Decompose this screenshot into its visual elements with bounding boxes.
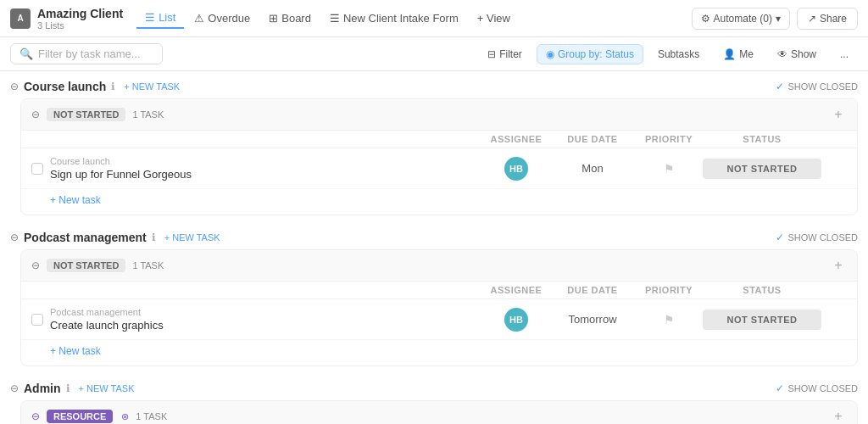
group-podcast-management: ⊖ Podcast management ℹ + NEW TASK ✓ SHOW…: [0, 222, 868, 366]
group-icon: ◉: [546, 48, 554, 60]
group-title-admin[interactable]: Admin: [24, 382, 61, 395]
subtasks-button[interactable]: Subtasks: [648, 44, 709, 64]
share-button[interactable]: ↗ Share: [797, 8, 858, 30]
status-col-2: NOT STARTED: [703, 310, 821, 330]
group-show-closed-course-launch[interactable]: ✓ SHOW CLOSED: [776, 81, 858, 92]
due-date-val-1[interactable]: Mon: [550, 162, 635, 175]
group-toggle-podcast[interactable]: ⊖: [10, 232, 19, 243]
tab-board[interactable]: ⊞ Board: [260, 8, 320, 28]
filter-button[interactable]: ⊟ Filter: [478, 44, 531, 64]
due-date-val-2[interactable]: Tomorrow: [550, 313, 635, 326]
search-icon: 🔍: [19, 47, 33, 60]
tab-overdue[interactable]: ⚠ Overdue: [186, 8, 259, 28]
status-group-add-3[interactable]: +: [830, 408, 847, 424]
status-col-header: STATUS: [703, 134, 821, 144]
status-col-1: NOT STARTED: [703, 159, 821, 179]
group-title-course-launch[interactable]: Course launch: [24, 80, 106, 93]
resource-icon: ⊗: [121, 411, 129, 422]
assignee-col-1: HB: [482, 157, 550, 181]
group-toggle-course-launch[interactable]: ⊖: [10, 81, 19, 92]
group-show-closed-admin[interactable]: ✓ SHOW CLOSED: [776, 382, 858, 394]
status-group-add-1[interactable]: +: [830, 106, 847, 123]
priority-flag-1[interactable]: ⚑: [635, 162, 703, 176]
group-add-admin[interactable]: + NEW TASK: [79, 383, 135, 393]
priority-col-1: ⚑: [635, 162, 703, 176]
status-group-header-1: ⊖ NOT STARTED 1 TASK +: [21, 99, 857, 131]
assignee-col-header-2: ASSIGNEE: [482, 285, 550, 295]
assignee-col-2: HB: [482, 308, 550, 332]
board-icon: ⊞: [269, 12, 278, 25]
check-icon-2: ✓: [776, 232, 784, 243]
show-button[interactable]: 👁 Show: [768, 44, 826, 64]
share-label: Share: [820, 13, 847, 25]
group-by-button[interactable]: ◉ Group by: Status: [537, 44, 643, 64]
task-count-3: 1 TASK: [136, 411, 167, 421]
group-add-course-launch[interactable]: + NEW TASK: [124, 81, 180, 92]
more-button[interactable]: ...: [831, 44, 858, 64]
automate-chevron: ▾: [776, 13, 781, 25]
status-badge-not-started-1: NOT STARTED: [47, 108, 125, 121]
show-closed-label-3: SHOW CLOSED: [787, 383, 858, 393]
new-task-row-2[interactable]: + New task: [21, 340, 857, 365]
more-label: ...: [840, 48, 849, 60]
check-icon-3: ✓: [776, 382, 784, 394]
show-closed-label-1: SHOW CLOSED: [787, 81, 858, 92]
group-course-launch: ⊖ Course launch ℹ + NEW TASK ✓ SHOW CLOS…: [0, 71, 868, 215]
tab-list[interactable]: ☰ List: [136, 8, 184, 29]
me-icon: 👤: [723, 48, 736, 60]
status-group-toggle-1[interactable]: ⊖: [31, 109, 40, 120]
due-date-col-header-2: DUE DATE: [550, 285, 635, 295]
task-checkbox-2[interactable]: [31, 314, 43, 326]
status-badge-not-started-2: NOT STARTED: [47, 259, 125, 272]
status-btn-1[interactable]: NOT STARTED: [703, 159, 821, 179]
main-header: A Amazing Client 3 Lists ☰ List ⚠ Overdu…: [0, 0, 868, 37]
tab-view[interactable]: + View: [469, 8, 519, 28]
task-col-1: Course launch Sign up for Funnel Gorgeou…: [31, 156, 482, 181]
task-info-2: Podcast management Create launch graphic…: [50, 307, 482, 332]
toolbar-right: ⊟ Filter ◉ Group by: Status Subtasks 👤 M…: [478, 44, 858, 64]
tab-overdue-label: Overdue: [208, 12, 250, 25]
client-info: Amazing Client 3 Lists: [37, 7, 123, 31]
group-admin-header: ⊖ Admin ℹ + NEW TASK ✓ SHOW CLOSED: [0, 373, 868, 400]
filter-label: Filter: [499, 48, 522, 60]
priority-col-2: ⚑: [635, 313, 703, 326]
task-count-2: 1 TASK: [132, 260, 164, 271]
tab-new-form[interactable]: ☰ New Client Intake Form: [321, 8, 467, 28]
status-group-resource: ⊖ RESOURCE ⊗ 1 TASK + ASSIGNEE DUE DATE …: [20, 400, 858, 424]
nav-tabs: ☰ List ⚠ Overdue ⊞ Board ☰ New Client In…: [136, 8, 519, 29]
status-group-not-started-2: ⊖ NOT STARTED 1 TASK + ASSIGNEE DUE DATE…: [20, 249, 858, 366]
avatar-1[interactable]: HB: [504, 157, 528, 181]
new-task-row-1[interactable]: + New task: [21, 189, 857, 215]
task-name-2[interactable]: Create launch graphics: [50, 319, 482, 332]
task-count-1: 1 TASK: [132, 109, 164, 120]
group-show-closed-podcast[interactable]: ✓ SHOW CLOSED: [776, 232, 858, 243]
group-podcast-management-header: ⊖ Podcast management ℹ + NEW TASK ✓ SHOW…: [0, 222, 868, 249]
tab-view-label: + View: [477, 12, 510, 25]
automate-button[interactable]: ⚙ Automate (0) ▾: [692, 8, 790, 30]
search-placeholder: Filter by task name...: [38, 47, 141, 60]
tab-new-form-label: New Client Intake Form: [343, 12, 459, 25]
status-group-toggle-3[interactable]: ⊖: [31, 410, 40, 422]
me-button[interactable]: 👤 Me: [714, 44, 763, 64]
avatar-2[interactable]: HB: [504, 308, 528, 332]
list-icon: ☰: [145, 11, 155, 24]
status-badge-resource: RESOURCE: [47, 410, 113, 423]
status-col-header-2: STATUS: [703, 285, 821, 295]
task-name-1[interactable]: Sign up for Funnel Gorgeous: [50, 168, 482, 181]
group-info-podcast: ℹ: [152, 232, 156, 243]
search-box[interactable]: 🔍 Filter by task name...: [10, 43, 163, 64]
client-sub: 3 Lists: [37, 20, 123, 31]
status-btn-2[interactable]: NOT STARTED: [703, 310, 821, 330]
group-info-admin: ℹ: [66, 382, 70, 394]
toolbar: 🔍 Filter by task name... ⊟ Filter ◉ Grou…: [0, 37, 868, 71]
status-group-not-started-1: ⊖ NOT STARTED 1 TASK + ASSIGNEE DUE DATE…: [20, 98, 858, 215]
automate-label: Automate (0): [714, 13, 772, 25]
status-group-add-2[interactable]: +: [830, 257, 847, 274]
app-icon: A: [10, 8, 31, 29]
status-group-toggle-2[interactable]: ⊖: [31, 259, 40, 271]
task-checkbox-1[interactable]: [31, 163, 43, 175]
priority-flag-2[interactable]: ⚑: [635, 313, 703, 326]
group-add-podcast[interactable]: + NEW TASK: [164, 232, 220, 243]
group-title-podcast[interactable]: Podcast management: [24, 231, 147, 244]
group-toggle-admin[interactable]: ⊖: [10, 382, 19, 394]
